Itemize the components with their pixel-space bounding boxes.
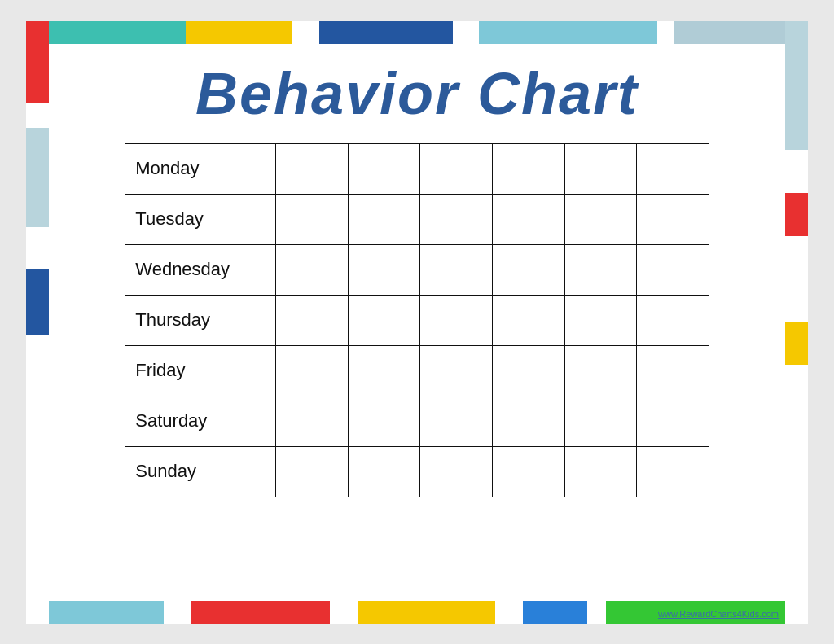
border-segment (785, 21, 808, 151)
chart-cell[interactable] (276, 143, 349, 194)
border-segment (479, 21, 656, 44)
chart-cell[interactable] (564, 244, 637, 295)
chart-cell[interactable] (564, 446, 637, 497)
chart-cell[interactable] (637, 446, 709, 497)
border-segment (26, 335, 49, 624)
border-segment (26, 227, 49, 269)
chart-cell[interactable] (637, 194, 709, 244)
chart-cell[interactable] (564, 295, 637, 345)
table-row: Monday (125, 143, 709, 194)
border-segment (785, 365, 808, 623)
border-segment (292, 21, 319, 44)
chart-cell[interactable] (348, 244, 420, 295)
border-segment (26, 269, 49, 335)
day-label: Monday (125, 143, 276, 194)
chart-cell[interactable] (492, 396, 564, 446)
border-segment (186, 21, 292, 44)
chart-cell[interactable] (348, 446, 420, 497)
table-row: Friday (125, 345, 709, 396)
border-segment (523, 601, 587, 624)
table-row: Sunday (125, 446, 709, 497)
border-segment (495, 601, 523, 624)
chart-cell[interactable] (637, 295, 709, 345)
chart-cell[interactable] (564, 396, 637, 446)
chart-cell[interactable] (637, 244, 709, 295)
border-segment (785, 236, 808, 322)
chart-cell[interactable] (276, 194, 349, 244)
border-segment (330, 601, 358, 624)
chart-cell[interactable] (637, 396, 709, 446)
chart-cell[interactable] (420, 194, 493, 244)
border-segment (26, 21, 49, 103)
chart-cell[interactable] (564, 345, 637, 396)
day-label: Tuesday (125, 194, 276, 244)
watermark-link: www.RewardCharts4Kids.com (658, 609, 779, 619)
day-label: Wednesday (125, 244, 276, 295)
border-segment (657, 21, 675, 44)
chart-cell[interactable] (564, 194, 637, 244)
day-label: Friday (125, 345, 276, 396)
border-segment (26, 128, 49, 227)
chart-cell[interactable] (276, 446, 349, 497)
chart-cell[interactable] (564, 143, 637, 194)
border-segment (358, 601, 495, 624)
main-content: Behavior Chart MondayTuesdayWednesdayThu… (49, 44, 785, 601)
chart-cell[interactable] (420, 295, 493, 345)
chart-cell[interactable] (276, 345, 349, 396)
border-segment (164, 601, 191, 624)
chart-cell[interactable] (420, 345, 493, 396)
chart-cell[interactable] (348, 143, 420, 194)
chart-cell[interactable] (492, 295, 564, 345)
page-title: Behavior Chart (195, 60, 639, 127)
chart-cell[interactable] (492, 446, 564, 497)
behavior-chart-table: MondayTuesdayWednesdayThursdayFridaySatu… (125, 143, 709, 497)
chart-cell[interactable] (492, 194, 564, 244)
table-row: Tuesday (125, 194, 709, 244)
chart-cell[interactable] (348, 345, 420, 396)
border-segment (26, 21, 186, 44)
chart-cell[interactable] (420, 396, 493, 446)
border-segment (191, 601, 329, 624)
table-row: Saturday (125, 396, 709, 446)
chart-cell[interactable] (348, 194, 420, 244)
border-segment (453, 21, 480, 44)
chart-cell[interactable] (492, 345, 564, 396)
chart-cell[interactable] (276, 244, 349, 295)
border-left (26, 21, 49, 624)
chart-cell[interactable] (420, 446, 493, 497)
border-segment (785, 193, 808, 236)
chart-cell[interactable] (637, 345, 709, 396)
chart-cell[interactable] (348, 396, 420, 446)
table-row: Wednesday (125, 244, 709, 295)
border-segment (587, 601, 606, 624)
border-segment (785, 322, 808, 366)
day-label: Saturday (125, 396, 276, 446)
chart-cell[interactable] (637, 143, 709, 194)
chart-cell[interactable] (348, 295, 420, 345)
chart-cell[interactable] (420, 244, 493, 295)
day-label: Sunday (125, 446, 276, 497)
chart-cell[interactable] (276, 396, 349, 446)
border-right (785, 21, 808, 624)
chart-cell[interactable] (492, 143, 564, 194)
table-row: Thursday (125, 295, 709, 345)
chart-cell[interactable] (276, 295, 349, 345)
chart-cell[interactable] (420, 143, 493, 194)
chart-cell[interactable] (492, 244, 564, 295)
border-segment (785, 150, 808, 193)
border-top (26, 21, 808, 44)
page: Behavior Chart MondayTuesdayWednesdayThu… (26, 21, 808, 624)
border-segment (26, 103, 49, 128)
day-label: Thursday (125, 295, 276, 345)
border-segment (319, 21, 453, 44)
